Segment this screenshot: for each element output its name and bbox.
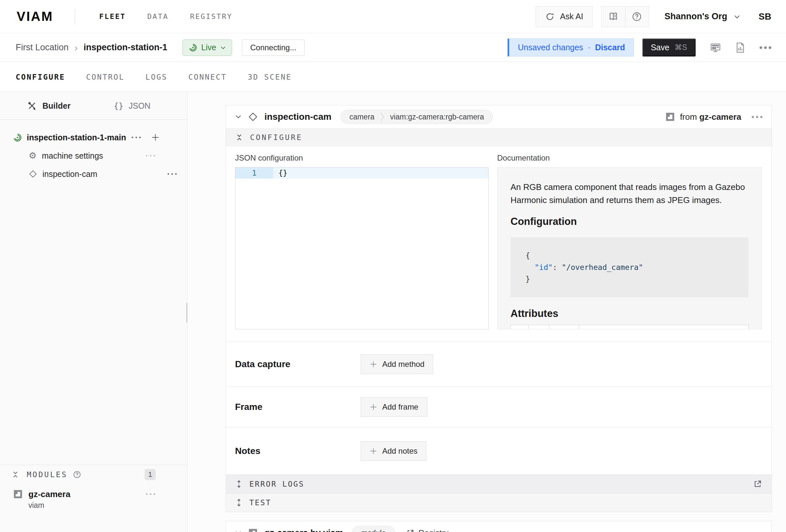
add-notes-label: Add notes bbox=[382, 446, 417, 456]
add-component-button[interactable] bbox=[151, 133, 160, 142]
external-link-icon bbox=[407, 529, 414, 532]
configure-section-label: CONFIGURE bbox=[250, 133, 303, 142]
modules-section: MODULES 1 gz-camera viam ··· bbox=[0, 465, 187, 510]
inspection-cam-label: inspection-cam bbox=[42, 169, 97, 179]
configure-section-body: JSON configuration 1 {} Documentation An… bbox=[226, 146, 772, 342]
discard-button[interactable]: Discard bbox=[595, 43, 625, 52]
open-logs-external-icon[interactable] bbox=[753, 480, 762, 488]
nav-registry[interactable]: REGISTRY bbox=[190, 13, 232, 21]
chevron-down-icon bbox=[734, 14, 740, 19]
json-mode-label: JSON bbox=[129, 101, 151, 111]
json-mode-button[interactable]: {} JSON bbox=[114, 101, 151, 111]
report-file-icon[interactable] bbox=[735, 42, 745, 53]
json-config-label: JSON configuration bbox=[235, 154, 489, 163]
modules-help-icon[interactable] bbox=[73, 470, 81, 479]
machine-bar-right: Unsaved changes · Discard Save ⌘S bbox=[508, 39, 771, 56]
add-frame-label: Add frame bbox=[382, 402, 418, 412]
module-org: viam bbox=[28, 501, 70, 510]
notes-label: Notes bbox=[235, 446, 361, 456]
test-label: TEST bbox=[249, 499, 271, 507]
data-capture-label: Data capture bbox=[235, 359, 361, 369]
builder-mode-label: Builder bbox=[42, 101, 70, 111]
live-status-dropdown[interactable]: Live bbox=[183, 40, 232, 56]
component-tree: inspection-station-1-main ··· ⚙ machine … bbox=[0, 120, 187, 183]
plus-icon bbox=[370, 447, 377, 455]
collapse-chevron-icon[interactable] bbox=[235, 115, 241, 119]
module-item-menu[interactable]: ··· bbox=[145, 489, 157, 499]
save-button[interactable]: Save ⌘S bbox=[642, 39, 696, 56]
component-category: camera bbox=[349, 113, 374, 121]
builder-tools-icon bbox=[27, 101, 37, 110]
collapse-icon[interactable] bbox=[12, 471, 19, 478]
tab-control[interactable]: CONTROL bbox=[86, 73, 125, 81]
broadcast-icon bbox=[189, 43, 197, 52]
modules-count-badge: 1 bbox=[145, 469, 156, 480]
docs-code-sample: { "id": "/overhead_camera" } bbox=[510, 237, 748, 297]
configure-section-bar[interactable]: CONFIGURE bbox=[226, 129, 772, 146]
builder-mode-button[interactable]: Builder bbox=[27, 101, 70, 111]
add-notes-button[interactable]: Add notes bbox=[361, 441, 426, 461]
help-group bbox=[601, 6, 649, 27]
component-type-pill: camera viam:gz-camera:rgb-camera bbox=[341, 110, 492, 124]
collapse-chevron-icon[interactable] bbox=[235, 531, 241, 532]
tab-logs[interactable]: LOGS bbox=[145, 73, 167, 81]
plus-icon bbox=[370, 360, 377, 368]
machine-settings-menu[interactable]: ··· bbox=[145, 151, 157, 161]
gz-camera-module-card: gz-camera by viam module Registry bbox=[226, 521, 772, 532]
org-name: Shannon's Org bbox=[665, 11, 727, 22]
inspection-cam-menu[interactable]: ··· bbox=[167, 169, 179, 179]
json-config-editor[interactable]: 1 {} bbox=[235, 167, 489, 329]
breadcrumb-machine-name: inspection-station-1 bbox=[84, 42, 167, 52]
braces-icon: {} bbox=[114, 101, 123, 111]
tab-3d-scene[interactable]: 3D SCENE bbox=[248, 73, 292, 81]
main-part-menu[interactable]: ··· bbox=[131, 133, 143, 143]
viam-logo[interactable]: VIAM bbox=[17, 9, 53, 24]
module-icon bbox=[248, 528, 258, 532]
breadcrumb-location[interactable]: First Location bbox=[16, 42, 69, 52]
unsaved-changes-label: Unsaved changes bbox=[518, 43, 583, 52]
line-number: 1 bbox=[235, 167, 273, 179]
add-frame-button[interactable]: Add frame bbox=[361, 397, 427, 417]
save-shortcut: ⌘S bbox=[675, 43, 687, 52]
machine-more-menu[interactable] bbox=[760, 46, 771, 49]
module-list-item[interactable]: gz-camera viam ··· bbox=[0, 489, 187, 510]
pill-separator-icon bbox=[380, 112, 384, 121]
nav-data[interactable]: DATA bbox=[147, 13, 168, 21]
tree-machine-settings[interactable]: ⚙ machine settings ··· bbox=[0, 146, 187, 165]
expand-icon bbox=[236, 480, 242, 488]
dot-separator: · bbox=[588, 43, 591, 52]
tab-connect[interactable]: CONNECT bbox=[188, 73, 227, 81]
notes-row: Notes Add notes bbox=[226, 427, 772, 475]
documentation-label: Documentation bbox=[497, 154, 762, 163]
tree-inspection-cam[interactable]: inspection-cam ··· bbox=[0, 165, 187, 183]
docs-book-icon[interactable] bbox=[602, 6, 625, 27]
component-model: viam:gz-camera:rgb-camera bbox=[390, 113, 484, 121]
machine-page-icon[interactable] bbox=[710, 42, 721, 53]
registry-link[interactable]: Registry bbox=[407, 528, 448, 532]
ask-ai-button[interactable]: Ask AI bbox=[536, 6, 593, 27]
tree-main-part[interactable]: inspection-station-1-main ··· bbox=[0, 128, 187, 146]
documentation-panel[interactable]: An RGB camera component that reads image… bbox=[497, 167, 762, 329]
component-diamond-icon bbox=[29, 170, 37, 178]
topbar-right: Ask AI Shannon's Org bbox=[536, 6, 771, 27]
nav-fleet[interactable]: FLEET bbox=[99, 13, 126, 21]
config-main-area: inspection-cam camera viam:gz-camera:rgb… bbox=[188, 92, 786, 532]
avatar[interactable]: SB bbox=[759, 11, 771, 22]
org-switcher[interactable]: Shannon's Org bbox=[665, 11, 740, 22]
ask-ai-label: Ask AI bbox=[560, 12, 583, 21]
registry-label: Registry bbox=[418, 528, 448, 532]
from-module-name[interactable]: gz-camera bbox=[699, 112, 741, 122]
connection-status-button[interactable]: Connecting... bbox=[242, 40, 304, 56]
machine-part-icon bbox=[13, 133, 22, 142]
add-method-button[interactable]: Add method bbox=[361, 354, 433, 374]
module-icon bbox=[13, 489, 23, 499]
error-logs-bar[interactable]: ERROR LOGS bbox=[226, 475, 772, 493]
frame-label: Frame bbox=[235, 402, 361, 412]
machine-tabs: CONFIGURE CONTROL LOGS CONNECT 3D SCENE bbox=[0, 62, 786, 92]
help-icon[interactable] bbox=[625, 6, 649, 27]
tab-configure[interactable]: CONFIGURE bbox=[16, 73, 65, 81]
plus-icon bbox=[370, 403, 377, 411]
top-bar: VIAM FLEET DATA REGISTRY Ask AI bbox=[0, 0, 786, 33]
test-bar[interactable]: TEST bbox=[226, 493, 772, 512]
component-more-menu[interactable] bbox=[752, 116, 763, 118]
